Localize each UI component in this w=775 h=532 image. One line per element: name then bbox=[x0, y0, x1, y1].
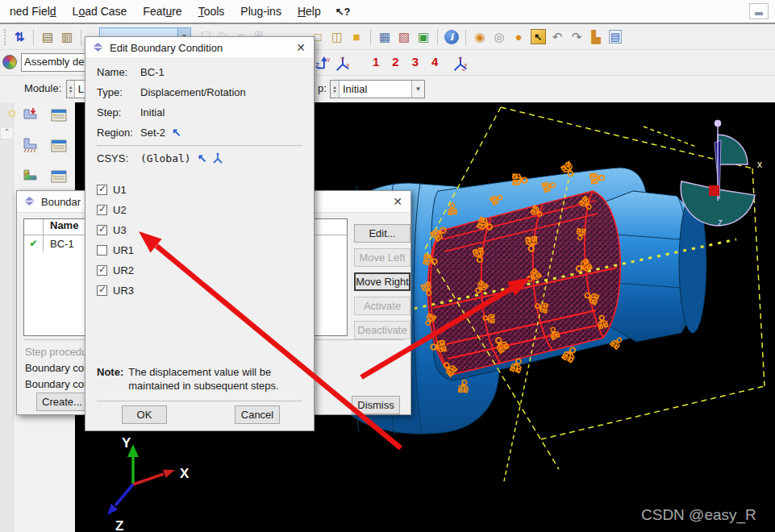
ok-button[interactable]: OK bbox=[122, 405, 167, 424]
dof-checkbox-list: ✓U1✓U2✓U3UR1✓UR2✓UR3 bbox=[97, 180, 302, 301]
csys-triad-icon[interactable] bbox=[206, 152, 224, 164]
close-icon[interactable]: ✕ bbox=[393, 195, 402, 208]
redo-icon[interactable]: ↷ bbox=[568, 27, 585, 47]
field-value: Set-2 bbox=[140, 123, 165, 143]
close-icon[interactable]: ✕ bbox=[296, 41, 306, 54]
note-block: Note: The displacement value will be mai… bbox=[97, 365, 302, 393]
datum-csys-symbol[interactable]: x z bbox=[681, 120, 762, 228]
bc-name: BC-1 bbox=[44, 238, 74, 250]
note-text: The displacement value will be maintaine… bbox=[128, 365, 302, 393]
dof-label: U3 bbox=[113, 224, 127, 236]
blocks-icon[interactable]: ▙ bbox=[587, 27, 605, 47]
create-load-icon[interactable] bbox=[19, 106, 42, 125]
hiddenline-cube-icon[interactable]: ◫ bbox=[328, 27, 346, 47]
triad-query-icon[interactable]: Yx~ bbox=[452, 53, 469, 73]
rail-alt-icon[interactable]: ▥ bbox=[58, 27, 76, 47]
dof-label: U1 bbox=[113, 184, 127, 196]
menu-item-load-case[interactable]: Load Case bbox=[65, 0, 135, 23]
checkbox-icon[interactable] bbox=[97, 245, 107, 256]
spinner-icon[interactable]: ▲▼ bbox=[331, 81, 340, 98]
dof-checkbox-u1[interactable]: ✓U1 bbox=[97, 180, 302, 200]
palette-icon[interactable] bbox=[2, 55, 17, 69]
undo-icon[interactable]: ↶ bbox=[548, 27, 566, 47]
toolbar-separator bbox=[81, 29, 81, 45]
venn-outline-icon[interactable]: ◎ bbox=[490, 27, 508, 47]
triad-x-arrow bbox=[163, 469, 175, 477]
field-label: Step: bbox=[97, 102, 140, 123]
svg-text:Y: Y bbox=[327, 56, 331, 64]
checkbox-icon[interactable]: ✓ bbox=[97, 225, 107, 235]
z-axis-icon[interactable]: zY bbox=[315, 53, 332, 73]
toolbar-separator bbox=[465, 29, 466, 45]
dof-checkbox-ur1[interactable]: UR1 bbox=[97, 240, 302, 260]
scroll-up-icon[interactable]: ⌃ bbox=[0, 127, 14, 139]
dof-checkbox-ur3[interactable]: ✓UR3 bbox=[97, 281, 302, 301]
dof-checkbox-u2[interactable]: ✓U2 bbox=[97, 200, 302, 220]
dof-label: UR1 bbox=[113, 244, 134, 256]
menu-item-help[interactable]: Help bbox=[290, 0, 329, 23]
cancel-button[interactable]: Cancel bbox=[235, 405, 280, 424]
view-number-1[interactable]: 1 bbox=[373, 55, 379, 69]
menu-item-tools[interactable]: Tools bbox=[190, 0, 233, 23]
toolbox-scroll-strip[interactable] bbox=[0, 102, 14, 532]
field-manager-icon[interactable] bbox=[48, 167, 70, 186]
color-mapping-combo[interactable]: Assembly defau bbox=[21, 53, 86, 72]
manager-footer-line: Boundary cor bbox=[25, 378, 87, 390]
rail-icon[interactable]: ▤ bbox=[39, 27, 56, 47]
checkbox-icon[interactable]: ✓ bbox=[97, 265, 107, 276]
info-icon[interactable]: i bbox=[443, 27, 460, 47]
checkbox-icon[interactable]: ✓ bbox=[97, 185, 107, 195]
mesh-cube-icon[interactable]: ▦ bbox=[376, 27, 394, 47]
dismiss-button[interactable]: Dismiss bbox=[352, 396, 400, 414]
edit-boundary-condition-dialog: Edit Boundary Condition ✕ Name:BC-1Type:… bbox=[85, 36, 315, 431]
dof-checkbox-ur2[interactable]: ✓UR2 bbox=[97, 260, 302, 281]
view-number-4[interactable]: 4 bbox=[431, 55, 438, 69]
view-number-2[interactable]: 2 bbox=[392, 55, 398, 69]
create-bc-icon[interactable] bbox=[19, 136, 42, 156]
pick-cursor-icon[interactable]: ↖ bbox=[191, 152, 207, 164]
step-combo[interactable]: ▲▼ Initial ▼ bbox=[330, 80, 425, 98]
field-label: Type: bbox=[97, 82, 140, 102]
context-help-cursor-icon[interactable]: ↖? bbox=[329, 6, 357, 18]
edit-fields: Name:BC-1Type:Displacement/RotationStep:… bbox=[97, 59, 302, 143]
menu-item-feature[interactable]: Feature bbox=[135, 0, 190, 23]
move-left-button[interactable]: Move Left bbox=[354, 248, 410, 267]
activate-button[interactable]: Activate bbox=[354, 297, 410, 315]
move-right-button[interactable]: Move Right bbox=[354, 272, 410, 291]
field-row-name: Name:BC-1 bbox=[97, 62, 302, 82]
toolbar-separator bbox=[437, 29, 438, 45]
datasheet-icon[interactable]: ▤ bbox=[606, 27, 624, 47]
menu-item-ned-field[interactable]: ned Field bbox=[2, 0, 65, 23]
mesh-select-cube-icon[interactable]: ▨ bbox=[395, 27, 413, 47]
deactivate-button[interactable]: Deactivate bbox=[354, 321, 410, 339]
menu-item-plug-ins[interactable]: Plug-ins bbox=[232, 0, 290, 23]
nested-cube-icon[interactable]: ▣ bbox=[415, 27, 432, 47]
manager-title: Boundar bbox=[41, 196, 81, 208]
create-field-icon[interactable] bbox=[19, 167, 42, 186]
shaded-cube-icon[interactable]: ■ bbox=[348, 27, 365, 47]
load-manager-icon[interactable] bbox=[48, 106, 70, 125]
csys-node bbox=[715, 120, 721, 127]
swap-arrows-icon[interactable]: ⇅ bbox=[10, 27, 28, 47]
minimize-icon bbox=[755, 12, 763, 15]
checkbox-icon[interactable]: ✓ bbox=[97, 285, 107, 296]
create-button[interactable]: Create... bbox=[36, 393, 88, 411]
triad-xy-icon[interactable]: Yx bbox=[334, 53, 352, 73]
sphere-icon[interactable]: ● bbox=[510, 27, 527, 47]
select-cursor-icon[interactable]: ↖ bbox=[529, 27, 547, 47]
spinner-icon[interactable]: ▲▼ bbox=[67, 81, 75, 98]
chevron-down-icon[interactable]: ▼ bbox=[411, 81, 424, 98]
manager-footer-line: Step procedu bbox=[25, 346, 87, 358]
csys-z-label: z bbox=[718, 217, 723, 228]
venn-filled-icon[interactable]: ◉ bbox=[471, 27, 489, 47]
edit-titlebar[interactable]: Edit Boundary Condition ✕ bbox=[85, 37, 314, 59]
edit--button[interactable]: Edit... bbox=[354, 224, 410, 243]
minimize-button[interactable] bbox=[749, 3, 769, 19]
view-numbers: 1234 bbox=[373, 55, 438, 69]
csys-value: (Global) bbox=[140, 148, 191, 168]
dof-checkbox-u3[interactable]: ✓U3 bbox=[97, 220, 302, 240]
pick-cursor-icon[interactable]: ↖ bbox=[165, 123, 181, 143]
bc-manager-icon[interactable] bbox=[48, 136, 70, 156]
checkbox-icon[interactable]: ✓ bbox=[97, 205, 107, 215]
view-number-3[interactable]: 3 bbox=[412, 55, 419, 69]
